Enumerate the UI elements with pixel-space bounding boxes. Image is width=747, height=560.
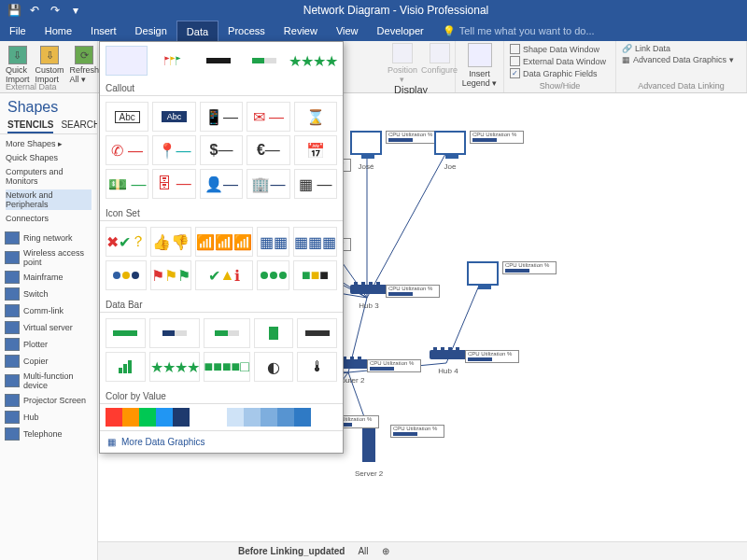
stencil-copier[interactable]: Copier (2, 353, 95, 370)
databar-3[interactable] (204, 318, 250, 348)
callout-building[interactable]: 🏢— (247, 169, 289, 199)
graphic-bar[interactable] (197, 46, 239, 76)
iconset-grid4[interactable]: ▦▦▦ (293, 227, 337, 257)
callout-calendar[interactable]: 📅 (294, 135, 337, 165)
category-connectors[interactable]: Connectors (6, 213, 92, 224)
stencil-projector-screen[interactable]: Projector Screen (2, 392, 95, 409)
redo-icon[interactable]: ↷ (49, 4, 62, 17)
callout-text[interactable]: Abc (106, 102, 148, 132)
iconset-thumbs[interactable]: 👍👎 (150, 227, 191, 257)
toggle-external_data_window[interactable]: External Data Window (510, 55, 610, 67)
callout-hourglass[interactable]: ⌛ (294, 102, 337, 132)
node-server2[interactable]: CPU Utilization %Server 2 (355, 425, 383, 478)
callout-money[interactable]: 💵 — (106, 169, 148, 199)
stencil-hub[interactable]: Hub (2, 409, 95, 426)
stencil-comm-link[interactable]: Comm-link (2, 302, 95, 319)
sheet-tab-active[interactable]: Before Linking_updated (238, 546, 345, 556)
iconset-signs[interactable]: ✔▲ℹ (195, 260, 253, 290)
custom-import-button[interactable]: ⇩ Custom Import (34, 44, 66, 86)
callout-phone[interactable]: 📱— (200, 102, 243, 132)
stencil-switch[interactable]: Switch (2, 286, 95, 302)
callout-chip[interactable]: ▦ — (294, 169, 337, 199)
databar-boxes[interactable]: ■■■■□ (204, 352, 250, 382)
tell-me[interactable]: 💡 Tell me what you want to do... (433, 21, 604, 41)
more-data-graphics[interactable]: ▦ More Data Graphics (100, 430, 343, 453)
graphic-none[interactable] (106, 46, 148, 76)
databar-2[interactable] (149, 318, 200, 348)
category-computers-and-monitors[interactable]: Computers and Monitors (6, 166, 92, 187)
iconset-grid3[interactable]: ▦▦ (257, 227, 289, 257)
node-pc-right[interactable]: CPU Utilization % (467, 261, 499, 293)
quick-import-icon: ⇩ (8, 46, 27, 64)
color-swatch-1[interactable] (100, 404, 221, 430)
toggle-data_graphic_fields[interactable]: ✓Data Graphic Fields (510, 67, 610, 79)
menu-view[interactable]: View (327, 21, 368, 41)
menu-developer[interactable]: Developer (368, 21, 433, 41)
node-joe[interactable]: CPU Utilization %Joe (434, 131, 466, 171)
graphic-flags[interactable] (151, 46, 193, 76)
advanced-data-graphics-button[interactable]: ▦Advanced Data Graphics ▾ (622, 54, 740, 65)
callout-label[interactable]: Abc (152, 102, 195, 132)
callout-database[interactable]: 🗄 — (152, 169, 195, 199)
undo-icon[interactable]: ↶ (28, 4, 41, 17)
iconset-xvq[interactable]: ✖✔？ (106, 227, 147, 257)
databar-stars[interactable]: ★★★★ (149, 352, 200, 382)
stencil-virtual-server[interactable]: Virtual server (2, 319, 95, 336)
category-network-and-peripherals[interactable]: Network and Peripherals (6, 189, 92, 210)
stencil-wireless-access-point[interactable]: Wireless access point (2, 246, 95, 269)
color-swatch-2[interactable] (221, 404, 343, 430)
menu-design[interactable]: Design (126, 21, 176, 41)
checkbox-icon: ✓ (510, 68, 520, 78)
sheet-add-button[interactable]: ⊕ (382, 546, 389, 556)
menu-process[interactable]: Process (218, 21, 275, 41)
category-quick-shapes[interactable]: Quick Shapes (6, 152, 92, 163)
databar-4[interactable] (254, 318, 294, 348)
iconset-wifi[interactable]: 📶📶📶 (195, 227, 253, 257)
menu-file[interactable]: File (0, 21, 35, 41)
sheet-tab-all[interactable]: All (358, 546, 368, 556)
position-button[interactable]: Position ▾ (388, 65, 417, 84)
databar-5[interactable] (297, 318, 337, 348)
callout-pin[interactable]: 📍— (152, 135, 195, 165)
menu-home[interactable]: Home (35, 21, 81, 41)
node-hub4[interactable]: CPU Utilization %Hub 4 (430, 350, 467, 375)
insert-legend-button[interactable]: Insert Legend ▾ (458, 69, 501, 88)
menu-insert[interactable]: Insert (81, 21, 126, 41)
save-icon[interactable]: 💾 (7, 4, 21, 17)
tab-stencils[interactable]: STENCILS (7, 118, 53, 133)
node-jose[interactable]: CPU Utilization %José (350, 131, 382, 171)
toggle-shape_data_window[interactable]: Shape Data Window (510, 43, 610, 55)
iconset-squares[interactable]: ■■■ (293, 260, 337, 290)
callout-mail[interactable]: ✉ — (247, 102, 289, 132)
tab-search[interactable]: SEARCH (61, 118, 98, 133)
stencil-telephone[interactable]: Telephone (2, 426, 95, 442)
callout-person[interactable]: 👤— (200, 169, 243, 199)
node-hub3[interactable]: CPU Utilization %Hub 3 (350, 285, 388, 310)
stencil-ring-network[interactable]: Ring network (2, 230, 95, 246)
configure-button[interactable]: Configure (421, 65, 458, 75)
iconset-dots-green[interactable] (257, 260, 289, 290)
checkbox-icon (510, 44, 520, 54)
databar-thermo[interactable]: 🌡 (297, 352, 337, 382)
menu-review[interactable]: Review (275, 21, 327, 41)
graphic-halfbar[interactable] (243, 46, 285, 76)
category-more-shapes-[interactable]: More Shapes ▸ (6, 138, 92, 149)
stencil-mainframe[interactable]: Mainframe (2, 269, 95, 286)
qat-dropdown-icon[interactable]: ▾ (69, 4, 82, 17)
callout-call[interactable]: ✆ — (106, 135, 148, 165)
graphic-stars[interactable]: ★★★★ (289, 46, 337, 76)
link-data-button[interactable]: 🔗Link Data (622, 43, 740, 54)
databar-gauge[interactable]: ◐ (254, 352, 294, 382)
stencil-plotter[interactable]: Plotter (2, 336, 95, 353)
callout-euro[interactable]: € — (247, 135, 289, 165)
position-icon (392, 43, 413, 63)
callout-dollar[interactable]: $ — (200, 135, 243, 165)
iconset-pie[interactable] (106, 260, 147, 290)
stencil-multi-function-device[interactable]: Multi-function device (2, 370, 95, 392)
databar-1[interactable] (106, 318, 146, 348)
menu-data[interactable]: Data (176, 21, 218, 41)
iconset-flags[interactable]: ⚑⚑⚑ (150, 260, 191, 290)
refresh-all-button[interactable]: ⟳ Refresh All ▾ (68, 44, 102, 86)
quick-import-button[interactable]: ⇩ Quick Import (4, 44, 32, 86)
databar-stack[interactable] (106, 352, 146, 382)
